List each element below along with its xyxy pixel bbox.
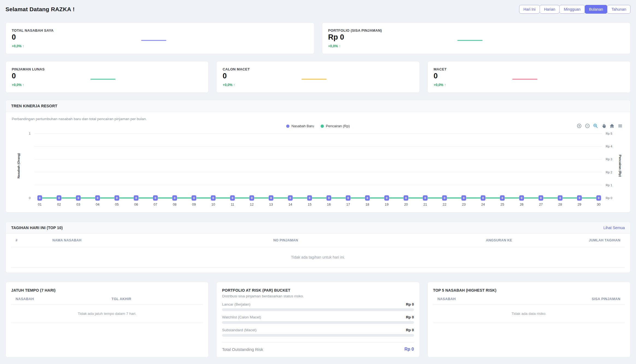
legend-item-nasabah-baru[interactable]: Nasabah Baru [286,124,314,128]
svg-text:23: 23 [462,203,466,206]
chart-title: TREN KINERJA RESORT [11,104,57,108]
column-header-no-pinjaman: NO PINJAMAN [269,234,453,247]
svg-text:21: 21 [423,203,427,206]
series-color-dot [286,125,289,128]
filter-button-hari-ini[interactable]: Hari Ini [519,5,540,14]
column-header-nasabah: NASABAH [11,294,107,304]
stat-card-total-nasabah-saya: TOTAL NASABAH SAYA0+0,0% ↑ [5,22,314,54]
par-total-row: Total Outstanding Risk Rp 0 [222,342,414,352]
svg-text:0: 0 [501,196,503,200]
svg-text:0: 0 [78,196,79,200]
svg-text:20: 20 [404,203,408,206]
home-icon[interactable] [609,123,615,129]
chart-subtitle: Perbandingan pertumbuhan nasabah baru da… [12,117,626,121]
svg-text:14: 14 [288,203,292,206]
svg-text:Rp 5: Rp 5 [606,132,612,135]
selection-zoom-icon[interactable] [593,123,599,129]
sparkline [301,79,327,79]
table-row: Tidak ada data risiko. [433,304,625,323]
empty-state: Tidak ada tagihan untuk hari ini. [11,247,625,268]
svg-text:19: 19 [385,203,389,206]
svg-text:Rp 2: Rp 2 [606,171,612,174]
filter-button-mingguan[interactable]: Mingguan [559,5,585,14]
stat-label: PORTFOLIO (SISA PINJAMAN) [328,28,625,32]
column-header-jumlah-tagihan: JUMLAH TAGIHAN [545,234,625,247]
stat-delta: +0,0% ↑ [434,83,624,87]
par-total-value: Rp 0 [404,347,414,352]
svg-text:0: 0 [39,196,41,200]
trend-chart-card: TREN KINERJA RESORT Perbandingan pertumb… [5,100,631,212]
top5-title: TOP 5 NASABAH (HIGHEST RISK) [433,288,625,292]
filter-button-bulanan[interactable]: Bulanan [585,5,607,14]
svg-text:Rp 3: Rp 3 [606,158,612,161]
tagihan-card-header: TAGIHAN HARI INI (TOP 10) Lihat Semua [6,222,630,234]
tagihan-title: TAGIHAN HARI INI (TOP 10) [11,226,63,230]
svg-text:03: 03 [76,203,80,206]
svg-text:0: 0 [579,196,580,200]
svg-text:24: 24 [481,203,485,206]
svg-text:0: 0 [463,196,465,200]
par-bucket-label: Watchlist (Calon Macet) [222,315,261,319]
svg-text:22: 22 [443,203,446,206]
lihat-semua-link[interactable]: Lihat Semua [603,226,625,230]
svg-text:15: 15 [308,203,312,206]
stat-card-portfolio-sisa-pinjaman: PORTFOLIO (SISA PINJAMAN)Rp 0+0,0% ↑ [322,22,631,54]
legend-label: Nasabah Baru [291,124,314,128]
tagihan-card: TAGIHAN HARI INI (TOP 10) Lihat Semua #N… [5,222,631,273]
stat-label: TOTAL NASABAH SAYA [12,28,308,32]
par-bucket-head: Lancar (Berjalan)Rp 0 [222,302,414,306]
par-bucket-bar [222,334,414,337]
filter-button-harian[interactable]: Harian [540,5,560,14]
svg-text:0: 0 [97,196,98,200]
svg-text:0: 0 [309,196,310,200]
svg-text:Rp 1: Rp 1 [606,184,612,187]
par-bucket-value: Rp 0 [406,315,414,319]
sparkline [90,79,116,79]
svg-text:0: 0 [482,196,484,200]
column-header-tgl-akhir: TGL AKHIR [107,294,203,304]
stat-row-2: PINJAMAN LUNAS0+0,0% ↑CALON MACET0+0,0% … [5,61,631,93]
table-header-row: NASABAHSISA PINJAMAN [433,294,625,304]
legend-item-pencairan-rp[interactable]: Pencairan (Rp) [321,124,350,128]
par-bucket-bar [222,308,414,311]
svg-text:08: 08 [173,203,177,206]
par-bucket-bar [222,321,414,324]
par-total-label: Total Outstanding Risk [222,347,263,352]
sparkline [512,79,537,79]
svg-text:0: 0 [155,196,156,200]
par-bucket-substandard-macet: Substandard (Macet)Rp 0 [222,328,414,337]
stat-delta: +0,0% ↑ [12,83,202,87]
pan-icon[interactable] [601,123,607,129]
svg-text:0: 0 [174,196,176,200]
svg-text:04: 04 [96,203,99,206]
svg-text:0: 0 [347,196,349,200]
empty-state: Tidak ada data risiko. [433,304,625,323]
sparkline [457,40,483,41]
svg-text:29: 29 [578,203,581,206]
par-card: PORTFOLIO AT RISK (PAR) BUCKET Distribus… [216,282,419,357]
par-bucket-head: Substandard (Macet)Rp 0 [222,328,414,332]
svg-text:Pencairan (Rp): Pencairan (Rp) [619,155,622,177]
stat-card-pinjaman-lunas: PINJAMAN LUNAS0+0,0% ↑ [5,61,209,93]
svg-text:16: 16 [327,203,331,206]
svg-text:18: 18 [366,203,369,206]
tagihan-table: #NAMA NASABAHNO PINJAMANANGSURAN KEJUMLA… [11,234,625,268]
par-bucket-value: Rp 0 [406,328,414,332]
svg-text:07: 07 [153,203,157,206]
svg-text:02: 02 [57,203,61,206]
filter-button-tahunan[interactable]: Tahunan [607,5,631,14]
tagihan-table-wrap: #NAMA NASABAHNO PINJAMANANGSURAN KEJUMLA… [6,234,630,273]
svg-text:28: 28 [558,203,562,206]
table-row: Tidak ada tagihan untuk hari ini. [11,247,625,268]
svg-text:01: 01 [38,203,42,206]
svg-text:0: 0 [58,196,60,200]
svg-text:0: 0 [251,196,253,200]
zoom-out-icon[interactable] [584,123,590,129]
stat-label: CALON MACET [223,67,413,71]
svg-text:25: 25 [501,203,504,206]
trend-chart[interactable]: 10Rp 5Rp 4Rp 3Rp 2Rp 1Rp 001020304050607… [10,129,626,209]
table-row: Tidak ada jatuh tempo dalam 7 hari. [11,304,203,323]
menu-icon[interactable] [617,123,623,129]
zoom-in-icon[interactable] [576,123,582,129]
series-color-dot [321,125,324,128]
